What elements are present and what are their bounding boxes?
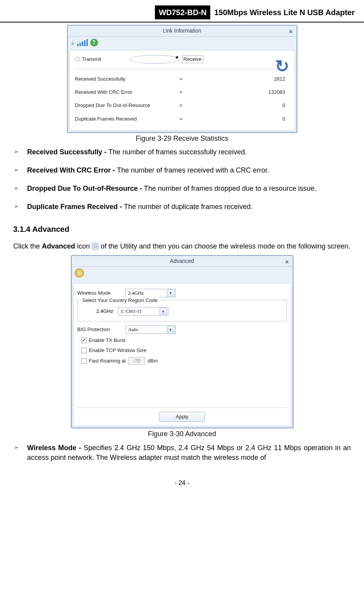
checkbox-label: Enable TX Burst [89,337,125,344]
bg-protection-label: B/G Protection [77,326,121,333]
page-header: WD752-BD-N 150Mbps Wireless Lite N USB A… [0,0,364,22]
fast-roaming-dbm-input[interactable]: -70 [128,357,145,365]
close-icon[interactable]: × [285,258,288,266]
list-item: Duplicate Frames Received - The number o… [14,202,351,220]
enable-tx-burst-row[interactable]: ✔ Enable TX Burst [81,337,287,344]
checkbox-icon [81,358,87,364]
list-item: Wireless Mode - Specifies 2.4 GHz 150 Mb… [14,443,351,471]
fast-roaming-row[interactable]: Fast Roaming at -70 dBm [81,357,287,365]
transmit-radio-label: Transmit [82,56,101,63]
window-titlebar: Link Information × [68,26,297,37]
help-icon[interactable]: ? [90,39,98,47]
stat-value: 132063 [195,89,289,96]
bg-protection-select[interactable]: Auto [125,325,176,334]
equals-sign: = [180,89,195,96]
advanced-tab-icon [92,243,99,250]
receive-radio-label: Receive [182,55,203,63]
transmit-radio[interactable]: Transmit [75,56,101,63]
stat-row: Dropped Due To Out-of-Resource = 0 [75,99,289,112]
window-toolbar [72,267,293,281]
window-titlebar: Advanced × [72,256,293,267]
radio-icon [75,57,80,62]
bullet-list: Received Successfully - The number of fr… [13,147,351,221]
paragraph: Click the Advanced icon of the Utility a… [13,242,351,255]
equals-sign: = [180,76,195,83]
apply-button[interactable]: Apply [159,412,205,422]
window-title: Advanced [75,257,290,265]
list-item: Received Successfully - The number of fr… [14,147,351,166]
page-number: - 24 - [0,471,364,492]
list-item: Received With CRC Error - The number of … [14,166,351,184]
checkbox-icon: ✔ [81,338,87,343]
list-item: Dropped Due To Out-of-Resource - The num… [14,184,351,202]
wireless-mode-select[interactable]: 2.4GHz [125,289,176,297]
section-heading: 3.1.4 Advanced [13,221,351,242]
stat-row: Duplicate Frames Received = 0 [75,112,289,126]
stat-value: 0 [195,102,289,109]
region-band-label: 2.4GHz [82,308,113,315]
radio-icon [129,55,180,64]
receive-radio[interactable]: Receive [129,55,203,64]
bg-protection-row: B/G Protection Auto [77,325,287,334]
stat-value: 0 [195,116,289,123]
checkbox-label: Fast Roaming at [89,357,126,364]
model-badge: WD752-BD-N [155,5,210,19]
product-description: 150Mbps Wireless Lite N USB Adapter [214,7,355,18]
checkbox-label: Enable TCP Window Size [89,347,146,354]
checkbox-icon [81,348,87,353]
wifi-icon: ⏚ [71,38,75,47]
reset-icon[interactable]: ↺ [275,54,289,78]
stat-label: Received With CRC Error [75,89,180,96]
wireless-mode-row: Wireless Mode 2.4GHz [77,289,287,297]
dbm-unit-label: dBm [148,357,158,364]
figure-caption: Figure 3-30 Advanced [13,428,351,443]
gear-icon [75,268,84,278]
stat-label: Dropped Due To Out-of-Resource [75,102,180,109]
figure-caption: Figure 3-29 Receive Statistics [13,133,351,147]
region-code-select[interactable]: 1: CH1-11 [118,307,168,316]
country-region-fieldset: Select Your Country Region Code 2.4GHz 1… [77,300,287,321]
advanced-window: Advanced × Wireless Mode 2.4GHz Select Y… [71,255,294,429]
advanced-body: Wireless Mode 2.4GHz Select Your Country… [73,283,291,426]
wireless-mode-label: Wireless Mode [77,290,121,297]
link-information-window: Link Information × ⏚ ? Transmit Receive … [67,25,297,133]
stat-label: Duplicate Frames Received [75,116,180,123]
apply-row: Apply [77,407,287,426]
fieldset-legend: Select Your Country Region Code [81,297,159,304]
link-info-body: Transmit Receive ↺ Received Successfully… [69,50,295,131]
enable-tcp-window-size-row[interactable]: Enable TCP Window Size [81,347,287,354]
status-icons-row: ⏚ ? [68,37,297,48]
equals-sign: = [180,102,195,109]
bullet-list: Wireless Mode - Specifies 2.4 GHz 150 Mb… [13,443,351,471]
close-icon[interactable]: × [289,28,292,36]
stat-row: Received Successfully = 2812 [75,73,289,86]
window-title: Link Information [71,27,294,35]
stat-row: Received With CRC Error = 132063 [75,86,289,99]
equals-sign: = [180,116,195,123]
signal-bars-icon [77,39,88,46]
stat-label: Received Successfully [75,76,180,83]
